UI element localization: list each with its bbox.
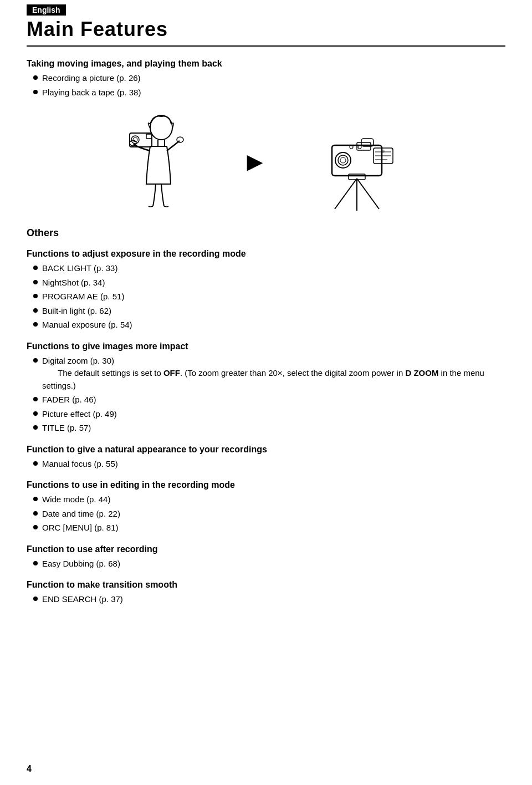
section2-heading: Functions to give images more impact: [27, 341, 505, 351]
others-subheading: Functions to adjust exposure in the reco…: [27, 249, 505, 259]
bullet-icon: [33, 308, 38, 313]
svg-point-6: [131, 136, 139, 144]
right-arrow-icon: ►: [242, 149, 268, 175]
section-after-recording: Function to use after recording Easy Dub…: [27, 544, 505, 570]
bullet-icon: [33, 358, 38, 363]
bullet-icon: [33, 90, 38, 94]
person-recording-illustration: [120, 112, 208, 212]
bullet-icon: [33, 597, 38, 601]
svg-point-15: [338, 155, 348, 165]
list-item: NightShot (p. 34): [33, 277, 505, 289]
list-item: Picture effect (p. 49): [33, 408, 505, 421]
section4-heading: Functions to use in editing in the recor…: [27, 480, 505, 490]
sub-text: The default settings is set to OFF. (To …: [42, 368, 484, 390]
list-item: TITLE (p. 57): [33, 422, 505, 435]
list-item: Playing back a tape (p. 38): [33, 86, 505, 99]
list-item: PROGRAM AE (p. 51): [33, 290, 505, 303]
page-title: Main Features: [27, 18, 505, 47]
bullet-icon: [33, 294, 38, 298]
english-badge: English: [27, 4, 66, 16]
bullet-icon: [33, 75, 38, 80]
list-item: FADER (p. 46): [33, 394, 505, 406]
section5-heading: Function to use after recording: [27, 544, 505, 554]
list-item: Wide mode (p. 44): [33, 493, 505, 506]
illustration-area: ►: [27, 112, 505, 212]
section-others: Others Functions to adjust exposure in t…: [27, 227, 505, 332]
section6-heading: Function to make transition smooth: [27, 580, 505, 590]
bullet-icon: [33, 525, 38, 529]
section-natural-appearance: Function to give a natural appearance to…: [27, 445, 505, 471]
camcorder-illustration: [301, 112, 412, 212]
list-item: Digital zoom (p. 30) The default setting…: [33, 355, 505, 392]
section-images-impact: Functions to give images more impact Dig…: [27, 341, 505, 435]
svg-point-25: [381, 150, 385, 153]
section-transition: Function to make transition smooth END S…: [27, 580, 505, 606]
svg-point-14: [335, 152, 351, 168]
section-taking-images: Taking moving images, and playing them b…: [27, 59, 505, 99]
page-number: 4: [27, 764, 32, 774]
bullet-icon: [33, 461, 38, 466]
bullet-icon: [33, 511, 38, 516]
bullet-icon: [33, 425, 38, 430]
svg-rect-8: [146, 134, 152, 139]
bullet-icon: [33, 497, 38, 501]
list-item: ORC [MENU] (p. 81): [33, 522, 505, 534]
list-item: Date and time (p. 22): [33, 508, 505, 521]
bullet-icon: [33, 561, 38, 565]
list-item: Built-in light (p. 62): [33, 305, 505, 318]
bullet-icon: [33, 322, 38, 327]
section-editing: Functions to use in editing in the recor…: [27, 480, 505, 534]
svg-line-11: [357, 179, 379, 209]
bullet-icon: [33, 266, 38, 270]
bullet-icon: [33, 280, 38, 284]
bullet-icon: [33, 397, 38, 401]
section1-heading: Taking moving images, and playing them b…: [27, 59, 505, 69]
others-heading: Others: [27, 227, 505, 239]
bullet-icon: [33, 411, 38, 416]
svg-line-9: [335, 179, 357, 209]
list-item: Manual focus (p. 55): [33, 458, 505, 471]
section3-heading: Function to give a natural appearance to…: [27, 445, 505, 455]
svg-point-16: [340, 157, 346, 163]
list-item: BACK LIGHT (p. 33): [33, 262, 505, 275]
svg-point-4: [177, 137, 183, 142]
list-item: Manual exposure (p. 54): [33, 319, 505, 332]
list-item: END SEARCH (p. 37): [33, 593, 505, 606]
list-item: Easy Dubbing (p. 68): [33, 558, 505, 570]
list-item: Recording a picture (p. 26): [33, 72, 505, 85]
